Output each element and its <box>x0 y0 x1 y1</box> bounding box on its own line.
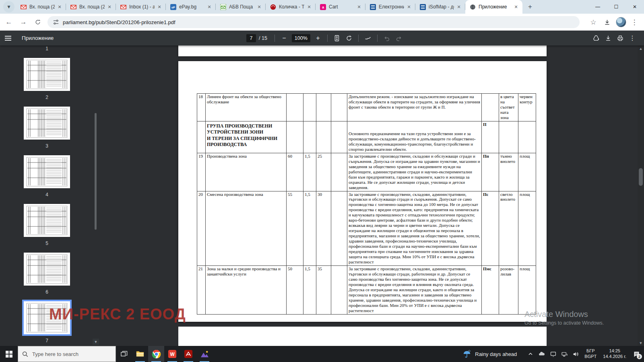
cell-color: тъмно виолето <box>499 153 518 191</box>
wps-office-taskbar-button[interactable]: W <box>164 346 180 362</box>
page-thumbnail-3[interactable] <box>24 107 70 140</box>
site-settings-icon[interactable] <box>53 19 59 25</box>
document-scrollbar[interactable]: ▲ ▼ <box>638 45 644 346</box>
cell-code: Пс <box>482 191 499 266</box>
scroll-up-icon[interactable]: ▲ <box>638 45 644 51</box>
tab-close-icon[interactable]: ✕ <box>456 4 462 10</box>
browser-tab-10[interactable]: Приложение✕ <box>465 0 522 14</box>
save-to-drive-icon[interactable] <box>590 32 602 44</box>
annotate-pen-icon[interactable] <box>362 32 374 44</box>
tab-label: Вх. поща (2) - mi <box>29 4 55 10</box>
volume-icon[interactable] <box>571 346 580 362</box>
new-tab-button[interactable]: + <box>525 2 535 12</box>
table-row-19: 19Производствена зона601,525За застроява… <box>197 153 536 191</box>
print-icon[interactable] <box>614 32 626 44</box>
cell-num: 20 <box>197 191 206 266</box>
cell-color: в цвета на съответната зона <box>499 94 518 121</box>
redo-icon[interactable] <box>393 32 405 44</box>
profile-avatar[interactable] <box>616 17 626 27</box>
reload-icon[interactable] <box>32 16 43 28</box>
undo-icon[interactable] <box>381 32 393 44</box>
task-view-icon[interactable] <box>116 346 132 362</box>
rotate-icon[interactable] <box>343 32 355 44</box>
network-icon[interactable] <box>559 346 569 362</box>
page-thumbnail-2[interactable] <box>24 58 70 91</box>
clock[interactable]: 14:25 14.4.2026 г. <box>603 348 626 360</box>
cell-val <box>331 191 347 266</box>
close-button[interactable]: ✕ <box>625 0 644 14</box>
tab-close-icon[interactable]: ✕ <box>306 4 312 10</box>
screen-cast-icon[interactable] <box>548 346 558 362</box>
thumbnail-sidebar: 1234567 <box>0 45 100 346</box>
action-center-icon[interactable]: 2 <box>630 346 643 362</box>
taskbar-search-input[interactable]: Type here to search <box>18 346 116 362</box>
page-thumbnail-5[interactable] <box>24 204 70 237</box>
page-7: 18Линеен фронт на обекти за обществено о… <box>178 61 547 322</box>
minimize-button[interactable]: — <box>588 0 607 14</box>
scroll-down-icon[interactable]: ▼ <box>638 340 644 346</box>
zoom-in-icon[interactable]: + <box>312 32 324 44</box>
weather-widget[interactable]: Rainy days ahead <box>462 350 517 358</box>
fit-page-icon[interactable] <box>331 32 343 44</box>
gmail-icon <box>120 4 126 10</box>
cell-val <box>303 94 316 121</box>
cell-val: 1,5 <box>303 191 316 266</box>
zoom-level-input[interactable]: 100% <box>292 34 310 42</box>
sidebar-scrollbar[interactable] <box>95 113 97 230</box>
download-icon[interactable] <box>602 32 614 44</box>
tab-close-icon[interactable]: ✕ <box>406 4 412 10</box>
browser-tab-4[interactable]: ePePay.bg✕ <box>166 0 216 14</box>
cell-last: площ <box>518 191 536 266</box>
file-explorer-taskbar-button[interactable] <box>132 346 148 362</box>
acrobat-taskbar-button[interactable] <box>180 346 196 362</box>
chrome-taskbar-button[interactable] <box>148 346 164 362</box>
onedrive-cloud-icon[interactable] <box>537 346 547 362</box>
tab-close-icon[interactable]: ✕ <box>106 4 113 10</box>
photos-taskbar-button[interactable] <box>196 346 213 362</box>
pdf-more-menu-icon[interactable]: ⋮ <box>626 32 638 44</box>
browser-tab-5[interactable]: АБВ Поща✕ <box>216 0 266 14</box>
cell-num: 18 <box>197 94 206 121</box>
browser-menu-icon[interactable]: ⋮ <box>629 16 640 28</box>
browser-toolbar: ← → parliament.bg/pub/StenD/201206-prilo… <box>0 14 644 31</box>
language-indicator[interactable]: БГР BGPT <box>584 348 597 360</box>
tab-search-chevron-icon[interactable]: ▼ <box>3 1 14 12</box>
browser-tab-9[interactable]: iSofMap - достъп✕ <box>415 0 465 14</box>
tab-close-icon[interactable]: ✕ <box>156 4 163 10</box>
browser-tab-3[interactable]: Inbox (1) - august✕ <box>116 0 166 14</box>
page-thumbnail-4[interactable] <box>24 155 70 188</box>
tab-label: Вх. поща (2) - hel <box>79 4 105 10</box>
pdf-menu-icon[interactable] <box>0 38 16 39</box>
notification-badge: 2 <box>637 354 642 359</box>
tab-close-icon[interactable]: ✕ <box>256 4 262 10</box>
url-bar[interactable]: parliament.bg/pub/StenD/201206-prilozeni… <box>47 16 580 28</box>
tab-close-icon[interactable]: ✕ <box>56 4 63 10</box>
cell-desc: За застрояване с производствени, складов… <box>347 191 482 266</box>
thumbnail-cell-1: 1 <box>0 45 94 58</box>
page-number-input[interactable]: 7 <box>246 34 256 42</box>
tray-chevron-up-icon[interactable] <box>526 346 535 362</box>
start-button[interactable] <box>0 346 18 362</box>
browser-tab-1[interactable]: Вх. поща (2) - mi✕ <box>16 0 66 14</box>
tab-close-icon[interactable]: ✕ <box>356 4 362 10</box>
browser-tab-7[interactable]: aCart✕ <box>316 0 365 14</box>
browser-tab-8[interactable]: Електронни услу✕ <box>365 0 415 14</box>
scrollbar-thumb[interactable] <box>639 168 643 186</box>
back-icon[interactable]: ← <box>3 16 14 28</box>
thumbnail-number: 2 <box>45 95 48 100</box>
zoning-table: 18Линеен фронт на обекти за обществено о… <box>197 93 536 315</box>
browser-tab-2[interactable]: Вх. поща (2) - hel✕ <box>66 0 116 14</box>
tab-label: Електронни услу <box>379 4 404 10</box>
cell-val <box>287 94 303 121</box>
downloads-icon[interactable] <box>601 16 613 28</box>
page-thumbnail-6[interactable] <box>24 253 70 286</box>
zoom-out-icon[interactable]: − <box>278 32 290 44</box>
maximize-button[interactable]: ☐ <box>607 0 625 14</box>
forward-icon[interactable]: → <box>18 16 29 28</box>
sidebar-scroll-down-icon[interactable]: ▼ <box>93 339 99 345</box>
tab-close-icon[interactable]: ✕ <box>206 4 213 10</box>
svg-text:eP: eP <box>171 5 175 9</box>
tab-close-icon[interactable]: ✕ <box>513 4 519 10</box>
browser-tab-6[interactable]: Количка - Техно✕ <box>266 0 316 14</box>
bookmark-star-icon[interactable]: ☆ <box>588 16 599 28</box>
